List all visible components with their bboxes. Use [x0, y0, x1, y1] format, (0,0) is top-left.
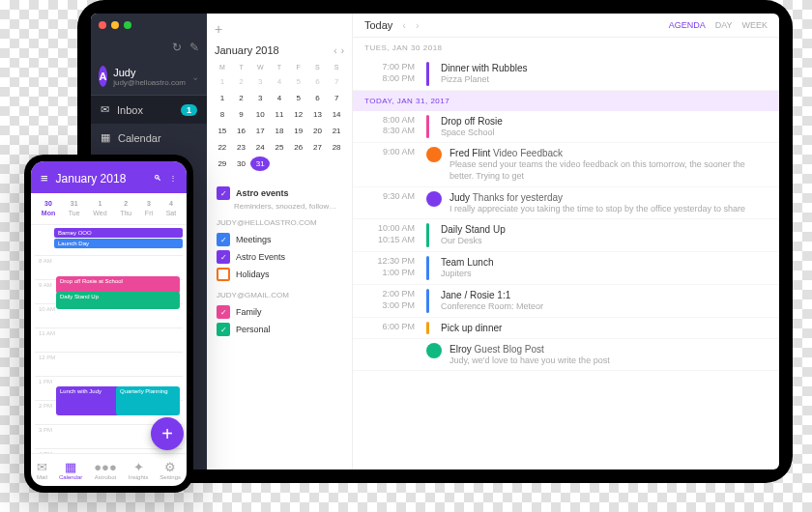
event-color-bar: [426, 62, 429, 86]
schedule-event[interactable]: Daily Stand Up: [56, 292, 180, 309]
next-button[interactable]: ›: [416, 19, 420, 31]
bottom-nav-item[interactable]: ⚙Settings: [160, 460, 181, 480]
agenda-event[interactable]: 7:00 PM8:00 PMDinner with RubblesPizza P…: [353, 58, 779, 91]
agenda-event[interactable]: 6:00 PMPick up dinner: [353, 318, 779, 339]
mini-cal-title: January 2018: [215, 44, 279, 56]
calendar-group-header: JUDY@GMAIL.COM: [217, 291, 342, 299]
calendar-day-grid[interactable]: 1234567123456789101112131415161718192021…: [207, 71, 352, 179]
schedule-event[interactable]: Quarterly Planning: [116, 386, 180, 415]
mini-cal-nav[interactable]: ‹›: [334, 45, 344, 56]
agenda-event[interactable]: 9:00 AMFred Flint Video FeedbackPlease s…: [353, 143, 779, 186]
hamburger-icon[interactable]: ≡: [41, 171, 48, 185]
mobile-app-bar: ≡ January 2018 🔍︎ ⋮: [31, 161, 187, 193]
event-time: [364, 343, 415, 367]
day-of-week-row: MTWTFSS: [207, 64, 352, 71]
bottom-nav-item[interactable]: ✉Mail: [37, 460, 47, 480]
agenda-event[interactable]: 9:30 AMJudy Thanks for yesterdayI really…: [353, 187, 779, 220]
sender-avatar: [426, 147, 442, 162]
event-time: 6:00 PM: [364, 322, 415, 334]
day-cell[interactable]: 1Wed: [93, 199, 106, 218]
agenda-event[interactable]: 10:00 AM10:15 AMDaily Stand UpOur Desks: [353, 219, 779, 252]
search-icon[interactable]: 🔍︎: [154, 174, 161, 183]
account-email: judy@helloastro.com: [113, 78, 186, 87]
event-time: 7:00 PM8:00 PM: [364, 62, 415, 86]
checkbox-icon: [217, 305, 230, 319]
event-color-bar: [426, 322, 429, 334]
view-tab[interactable]: WEEK: [741, 20, 768, 30]
agenda-event[interactable]: Elroy Guest Blog PostJudy, we'd love to …: [353, 339, 779, 372]
day-cell[interactable]: 4Sat: [166, 199, 177, 218]
agenda-body[interactable]: TUES, JAN 30 20187:00 PM8:00 PMDinner wi…: [353, 38, 779, 371]
view-switcher[interactable]: AGENDADAYWEEK: [669, 20, 768, 30]
prev-button[interactable]: ‹: [402, 19, 406, 31]
day-cell[interactable]: 30Mon: [42, 199, 55, 218]
calendar-icon: ▦: [101, 131, 110, 144]
mini-calendar-pane: + January 2018 ‹› MTWTFSS 12345671234567…: [207, 14, 353, 469]
agenda-event[interactable]: 12:30 PM1:00 PMTeam LunchJupiters: [353, 252, 779, 285]
agenda-day-header: TODAY, JAN 31, 2017: [353, 91, 779, 111]
nav-calendar[interactable]: ▦ Calendar: [91, 124, 207, 152]
phone-frame: ≡ January 2018 🔍︎ ⋮ 30Mon31Tue1Wed2Thu3F…: [24, 155, 193, 493]
event-time: 2:00 PM3:00 PM: [364, 289, 415, 313]
schedule-event[interactable]: Lunch with Judy: [56, 386, 120, 415]
bottom-nav-item[interactable]: ●●●Astrobot: [94, 460, 117, 480]
account-header[interactable]: A Judy judy@helloastro.com ⌄: [91, 58, 207, 96]
calendar-toggle[interactable]: Holidays: [217, 266, 342, 283]
mobile-title: January 2018: [56, 172, 146, 185]
view-tab[interactable]: AGENDA: [669, 20, 706, 30]
view-tab[interactable]: DAY: [715, 20, 733, 30]
mobile-allday: Barney OOOLaunch Day: [31, 225, 187, 251]
calendar-toggle[interactable]: Personal: [217, 321, 342, 338]
agenda-day-header: TUES, JAN 30 2018: [353, 38, 779, 58]
agenda-toolbar: Today ‹ › AGENDADAYWEEK: [353, 14, 779, 38]
hour-row: 12 PM: [35, 352, 183, 376]
chevron-down-icon: ⌄: [191, 71, 199, 82]
hour-row: 8 AM: [35, 255, 183, 279]
astro-events-toggle[interactable]: Astro events: [217, 185, 342, 202]
day-cell[interactable]: 31Tue: [69, 199, 80, 218]
event-color-bar: [426, 223, 429, 247]
window-controls[interactable]: [91, 14, 207, 37]
calendar-toggle[interactable]: Meetings: [217, 231, 342, 248]
agenda-event[interactable]: 2:00 PM3:00 PMJane / Rosie 1:1Conference…: [353, 285, 779, 318]
astro-events-sub: Reminders, snoozed, follow…: [234, 202, 342, 211]
event-time: 8:00 AM8:30 AM: [364, 115, 415, 139]
sidebar-action-icons[interactable]: ↻✎: [91, 37, 207, 58]
day-cell[interactable]: 3Fri: [145, 199, 153, 218]
allday-event[interactable]: Launch Day: [54, 239, 183, 248]
chevron-left-icon: ‹: [334, 45, 336, 56]
bottom-nav-item[interactable]: ▦Calendar: [59, 460, 82, 480]
today-button[interactable]: Today: [364, 19, 392, 31]
mobile-bottom-nav[interactable]: ✉Mail▦Calendar●●●Astrobot✦Insights⚙Setti…: [31, 453, 187, 486]
allday-event[interactable]: Barney OOO: [54, 228, 183, 238]
bottom-nav-item[interactable]: ✦Insights: [129, 460, 149, 480]
event-color-bar: [426, 115, 429, 139]
event-color-bar: [426, 289, 429, 313]
hour-row: 11 AM: [35, 327, 183, 352]
calendar-toggle[interactable]: Family: [217, 303, 342, 321]
more-icon[interactable]: ⋮: [169, 174, 177, 183]
desktop-app-window: ↻✎ A Judy judy@helloastro.com ⌄ ✉ Inbox …: [91, 14, 779, 469]
inbox-icon: ✉: [101, 103, 109, 116]
mobile-app-screen: ≡ January 2018 🔍︎ ⋮ 30Mon31Tue1Wed2Thu3F…: [31, 161, 187, 486]
compose-icon: ✎: [189, 41, 199, 54]
avatar: A: [99, 66, 107, 87]
checkbox-icon: [217, 268, 230, 281]
event-time: 9:30 AM: [364, 191, 415, 215]
fab-add-button[interactable]: +: [151, 417, 184, 450]
checkbox-icon: [217, 250, 230, 264]
agenda-event[interactable]: 8:00 AM8:30 AMDrop off RosieSpace School: [353, 111, 779, 144]
checkbox-icon: [217, 323, 230, 336]
event-time: 10:00 AM10:15 AM: [364, 223, 415, 247]
nav-inbox[interactable]: ✉ Inbox 1: [91, 96, 207, 124]
schedule-event[interactable]: Drop off Rosie at School: [56, 276, 180, 294]
event-color-bar: [426, 256, 429, 280]
day-cell[interactable]: 2Thu: [120, 199, 131, 218]
nav-label: Calendar: [118, 132, 161, 144]
calendar-toggle[interactable]: Astro Events: [217, 248, 342, 266]
mobile-day-strip[interactable]: 30Mon31Tue1Wed2Thu3Fri4Sat: [31, 193, 187, 225]
inbox-badge: 1: [181, 104, 197, 116]
sender-avatar: [426, 343, 442, 358]
plus-icon[interactable]: +: [215, 21, 222, 37]
event-time: 12:30 PM1:00 PM: [364, 256, 415, 280]
